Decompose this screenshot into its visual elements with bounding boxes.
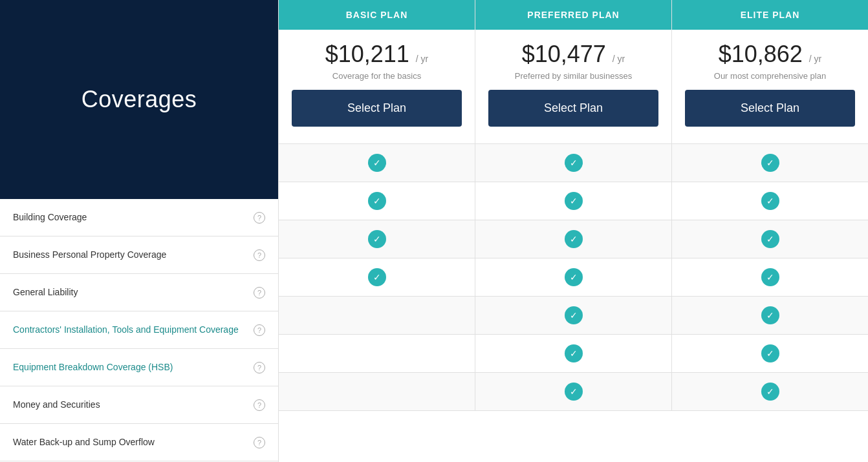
- select-plan-button-0[interactable]: Select Plan: [292, 90, 462, 127]
- check-cell-4-2: ✓: [672, 297, 868, 334]
- checkmark-icon-0-1: ✓: [565, 154, 583, 172]
- check-row-4: ✓✓: [279, 297, 868, 335]
- coverage-item-6: Water Back-up and Sump Overflow?: [0, 424, 278, 461]
- checkmark-icon-2-1: ✓: [565, 230, 583, 248]
- plan-info-0: $10,211 / yrCoverage for the basicsSelec…: [279, 30, 475, 144]
- plan-name-2: ELITE PLAN: [741, 10, 800, 20]
- check-row-2: ✓✓✓: [279, 220, 868, 258]
- plan-info-1: $10,477 / yrPreferred by similar busines…: [475, 30, 671, 144]
- check-cell-0-1: ✓: [475, 144, 672, 182]
- coverage-item-2: General Liability?: [0, 274, 278, 311]
- check-cell-1-1: ✓: [475, 182, 672, 220]
- plan-name-0: BASIC PLAN: [346, 10, 408, 20]
- plan-desc-1: Preferred by similar businesses: [482, 71, 665, 81]
- checkmark-icon-4-2: ✓: [761, 306, 779, 324]
- plan-col-0: BASIC PLAN$10,211 / yrCoverage for the b…: [279, 0, 475, 144]
- coverage-item-5: Money and Securities?: [0, 386, 278, 424]
- plan-desc-2: Our most comprehensive plan: [678, 71, 862, 81]
- check-row-6: ✓✓: [279, 373, 868, 411]
- select-plan-button-1[interactable]: Select Plan: [488, 90, 658, 127]
- coverage-item-3: Contractors' Installation, Tools and Equ…: [0, 311, 278, 349]
- check-cell-3-2: ✓: [672, 258, 868, 296]
- checkmark-icon-6-1: ✓: [565, 383, 583, 401]
- main-container: Coverages Building Coverage?Business Per…: [0, 0, 868, 462]
- plan-col-2: ELITE PLAN$10,862 / yrOur most comprehen…: [672, 0, 868, 144]
- coverage-rows: ✓✓✓✓✓✓✓✓✓✓✓✓✓✓✓✓✓✓: [279, 144, 868, 411]
- info-icon-6[interactable]: ?: [254, 437, 265, 448]
- checkmark-icon-5-1: ✓: [565, 344, 583, 362]
- check-cell-2-1: ✓: [475, 220, 672, 258]
- plan-price-0: $10,211 / yr: [285, 43, 468, 66]
- plan-name-1: PREFERRED PLAN: [527, 10, 619, 20]
- coverage-label-1: Business Personal Property Coverage: [13, 249, 166, 262]
- coverage-item-0: Building Coverage?: [0, 199, 278, 236]
- info-icon-0[interactable]: ?: [254, 212, 265, 224]
- info-icon-3[interactable]: ?: [254, 324, 265, 336]
- check-cell-5-1: ✓: [475, 335, 672, 372]
- check-cell-2-2: ✓: [672, 220, 868, 258]
- check-row-0: ✓✓✓: [279, 144, 868, 182]
- check-cell-2-0: ✓: [279, 220, 475, 258]
- coverage-item-1: Business Personal Property Coverage?: [0, 236, 278, 274]
- checkmark-icon-5-2: ✓: [761, 344, 779, 362]
- sidebar-title: Coverages: [81, 86, 197, 113]
- plans-area: BASIC PLAN$10,211 / yrCoverage for the b…: [278, 0, 868, 462]
- coverage-label-2: General Liability: [13, 286, 78, 299]
- checkmark-icon-3-1: ✓: [565, 268, 583, 286]
- coverage-label-6: Water Back-up and Sump Overflow: [13, 436, 155, 449]
- check-cell-0-2: ✓: [672, 144, 868, 182]
- plan-col-1: PREFERRED PLAN$10,477 / yrPreferred by s…: [475, 0, 672, 144]
- check-cell-1-0: ✓: [279, 182, 475, 220]
- info-icon-1[interactable]: ?: [254, 249, 265, 261]
- coverage-label-4: Equipment Breakdown Coverage (HSB): [13, 361, 173, 374]
- check-cell-6-0: [279, 373, 475, 410]
- checkmark-icon-3-0: ✓: [368, 268, 386, 286]
- sidebar-header: Coverages: [0, 0, 278, 199]
- coverage-item-4: Equipment Breakdown Coverage (HSB)?: [0, 349, 278, 386]
- plan-price-1: $10,477 / yr: [482, 43, 665, 66]
- check-row-5: ✓✓: [279, 335, 868, 373]
- checkmark-icon-0-2: ✓: [761, 154, 779, 172]
- checkmark-icon-1-1: ✓: [565, 192, 583, 210]
- plan-info-2: $10,862 / yrOur most comprehensive planS…: [672, 30, 868, 144]
- check-cell-6-1: ✓: [475, 373, 672, 410]
- plan-desc-0: Coverage for the basics: [285, 71, 468, 81]
- check-cell-3-0: ✓: [279, 258, 475, 296]
- coverage-label-0: Building Coverage: [13, 211, 87, 224]
- plan-price-2: $10,862 / yr: [678, 43, 862, 66]
- checkmark-icon-2-2: ✓: [761, 230, 779, 248]
- coverage-label-3: Contractors' Installation, Tools and Equ…: [13, 324, 239, 337]
- plans-header: BASIC PLAN$10,211 / yrCoverage for the b…: [279, 0, 868, 144]
- checkmark-icon-1-2: ✓: [761, 192, 779, 210]
- check-row-1: ✓✓✓: [279, 182, 868, 220]
- check-cell-6-2: ✓: [672, 373, 868, 410]
- info-icon-4[interactable]: ?: [254, 362, 265, 373]
- checkmark-icon-6-2: ✓: [761, 383, 779, 401]
- checkmark-icon-4-1: ✓: [565, 306, 583, 324]
- checkmark-icon-1-0: ✓: [368, 192, 386, 210]
- info-icon-2[interactable]: ?: [254, 287, 265, 299]
- check-cell-5-2: ✓: [672, 335, 868, 372]
- check-cell-4-1: ✓: [475, 297, 672, 334]
- plan-top-1: PREFERRED PLAN: [475, 0, 671, 30]
- select-plan-button-2[interactable]: Select Plan: [685, 90, 855, 127]
- check-cell-1-2: ✓: [672, 182, 868, 220]
- sidebar: Coverages Building Coverage?Business Per…: [0, 0, 278, 462]
- checkmark-icon-0-0: ✓: [368, 154, 386, 172]
- check-cell-0-0: ✓: [279, 144, 475, 182]
- check-cell-5-0: [279, 335, 475, 372]
- plan-top-0: BASIC PLAN: [279, 0, 475, 30]
- coverage-label-5: Money and Securities: [13, 399, 100, 412]
- check-cell-3-1: ✓: [475, 258, 672, 296]
- check-row-3: ✓✓✓: [279, 258, 868, 297]
- plan-top-2: ELITE PLAN: [672, 0, 868, 30]
- checkmark-icon-3-2: ✓: [761, 268, 779, 286]
- check-cell-4-0: [279, 297, 475, 334]
- info-icon-5[interactable]: ?: [254, 399, 265, 411]
- coverage-list: Building Coverage?Business Personal Prop…: [0, 199, 278, 462]
- checkmark-icon-2-0: ✓: [368, 230, 386, 248]
